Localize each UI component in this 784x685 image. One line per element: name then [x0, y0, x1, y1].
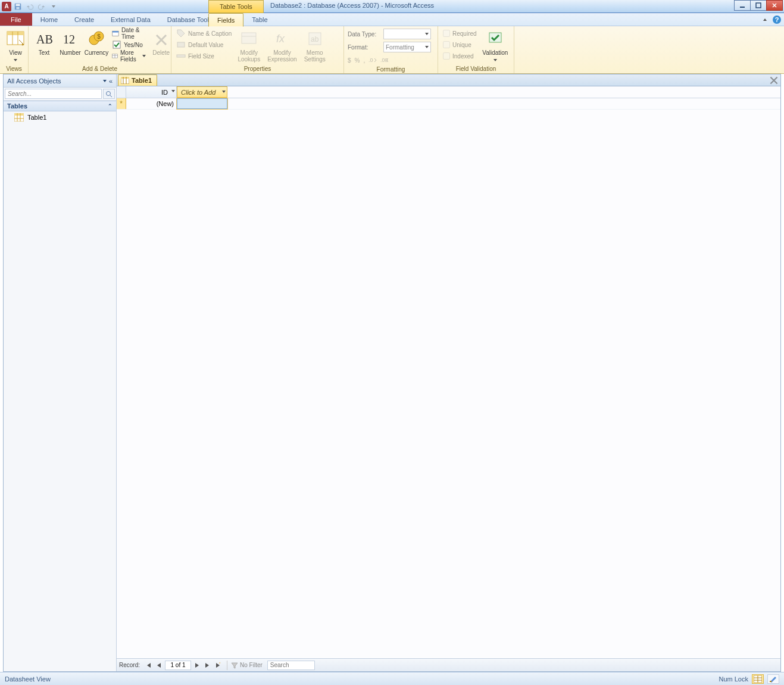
record-label: Record: [119, 662, 140, 668]
svg-rect-48 [770, 681, 771, 682]
close-button[interactable] [766, 0, 783, 11]
group-properties-label: Properties [171, 66, 343, 73]
select-all-cell[interactable] [117, 86, 126, 98]
svg-text:fx: fx [276, 33, 285, 45]
currency-field-button[interactable]: $ Currency [85, 28, 108, 57]
svg-text:AB: AB [36, 33, 53, 46]
checkbox-icon [112, 40, 121, 49]
nav-group-tables[interactable]: Tables ⌃ [4, 101, 116, 111]
nav-search-button[interactable] [103, 89, 115, 99]
name-caption-button: Name & Caption [175, 28, 233, 39]
document-tab-table1[interactable]: Table1 [118, 74, 157, 86]
svg-rect-17 [113, 31, 118, 32]
tab-file[interactable]: File [0, 13, 32, 26]
delete-icon [152, 29, 171, 48]
first-record-button[interactable] [143, 661, 153, 670]
qat-redo-icon[interactable] [36, 1, 47, 12]
memo-settings-button: ab Memo Settings [302, 28, 328, 64]
lookup-icon [239, 29, 258, 48]
svg-text:*: * [219, 662, 221, 665]
more-fields-button[interactable]: More Fields [111, 51, 147, 61]
qat-undo-icon[interactable] [24, 1, 35, 12]
last-record-button[interactable] [203, 661, 213, 670]
data-type-combo[interactable] [383, 29, 431, 39]
cell-id-new[interactable]: (New) [126, 98, 177, 109]
no-filter-indicator[interactable]: No Filter [227, 661, 266, 670]
status-numlock: Num Lock [719, 675, 748, 683]
minimize-ribbon-icon[interactable] [760, 15, 770, 24]
tab-external-data[interactable]: External Data [102, 13, 159, 26]
validation-button[interactable]: Validation [480, 28, 510, 64]
yes-no-button[interactable]: Yes/No [111, 39, 147, 50]
nav-search-input[interactable] [5, 89, 102, 99]
svg-text:ab: ab [311, 35, 319, 43]
tab-table[interactable]: Table [243, 13, 276, 26]
column-dropdown-icon[interactable] [171, 90, 175, 92]
add-column-dropdown-icon[interactable] [222, 91, 226, 93]
text-field-button[interactable]: AB Text [32, 28, 56, 57]
comma-format-icon: , [363, 57, 365, 64]
default-value-button: Default Value [175, 39, 233, 50]
field-size-button: Field Size [175, 51, 233, 61]
tab-create[interactable]: Create [66, 13, 102, 26]
collapse-group-icon[interactable]: ⌃ [108, 103, 113, 109]
increase-decimals-icon: .0 [368, 57, 377, 64]
tab-fields[interactable]: Fields [208, 13, 243, 27]
maximize-button[interactable] [750, 0, 767, 11]
column-header-add[interactable]: Click to Add [177, 86, 227, 98]
column-header-id[interactable]: ID [126, 86, 177, 98]
view-button[interactable]: View [4, 28, 27, 64]
next-record-button[interactable] [192, 661, 202, 670]
prev-record-button[interactable] [154, 661, 164, 670]
row-selector-new[interactable]: * [117, 98, 126, 109]
ruler-icon [176, 51, 186, 61]
date-time-button[interactable]: Date & Time [111, 28, 147, 39]
table-icon [121, 77, 129, 84]
group-validation-label: Field Validation [438, 66, 514, 73]
nav-collapse-icon[interactable]: « [109, 77, 113, 85]
record-position-input[interactable] [165, 661, 191, 670]
datasheet-view-button[interactable] [752, 674, 764, 684]
group-add-delete-label: Add & Delete [29, 66, 171, 73]
record-search-input[interactable] [267, 661, 315, 670]
help-icon[interactable]: ? [772, 15, 782, 24]
data-type-label: Data Type: [348, 31, 381, 38]
close-tab-icon[interactable] [770, 76, 778, 85]
view-label: View [9, 49, 22, 56]
decrease-decimals-icon: .00 [380, 57, 389, 64]
minimize-button[interactable] [734, 0, 751, 11]
title-bar: A Table Tools Database2 : Database (Acce… [0, 0, 784, 13]
design-view-button[interactable] [767, 674, 779, 684]
datasheet[interactable]: ID Click to Add * (New) [117, 86, 780, 658]
nav-filter-icon[interactable] [103, 80, 107, 82]
svg-text:12: 12 [63, 33, 75, 46]
cell-add-new[interactable] [177, 98, 227, 109]
svg-point-32 [107, 91, 111, 95]
datasheet-view-icon [6, 29, 25, 48]
new-record-button[interactable]: * [214, 661, 223, 670]
qat-save-icon[interactable] [13, 1, 23, 12]
document-tabs: Table1 [117, 74, 780, 86]
svg-rect-23 [177, 55, 185, 57]
number-field-button[interactable]: 12 Number [58, 28, 82, 57]
tag-icon [176, 29, 186, 38]
delete-field-button: Delete [149, 28, 173, 57]
svg-rect-8 [7, 32, 24, 35]
qat-customize-icon[interactable] [48, 1, 59, 12]
status-bar: Datasheet View Num Lock [0, 672, 784, 685]
tab-home[interactable]: Home [32, 13, 66, 26]
nav-header[interactable]: All Access Objects « [4, 74, 116, 88]
svg-rect-22 [177, 42, 185, 47]
svg-text:.0: .0 [368, 57, 373, 63]
svg-rect-2 [16, 7, 19, 9]
validation-icon [486, 29, 505, 48]
nav-item-table1[interactable]: Table1 [4, 111, 116, 123]
group-formatting-label: Formatting [344, 66, 438, 74]
document-area: Table1 ID Click to Add * (New) [117, 74, 780, 671]
modify-expression-button: fx Modify Expression [265, 28, 299, 64]
ribbon-tabs: File Home Create External Data Database … [0, 13, 784, 26]
unique-checkbox: Unique [442, 39, 478, 50]
text-icon: AB [35, 29, 54, 48]
svg-rect-18 [113, 41, 120, 48]
format-combo[interactable]: Formatting [383, 42, 431, 52]
